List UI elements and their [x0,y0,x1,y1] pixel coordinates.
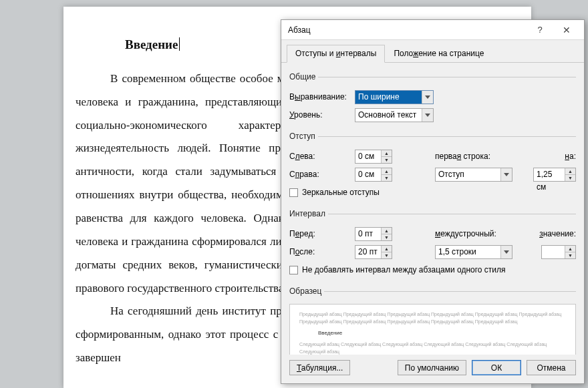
dialog-title: Абзац [288,25,527,35]
group-spacing: Интервал Перед: 0 пт ▲▼ междустрочный: з… [289,209,576,281]
no-space-same-style-checkbox[interactable]: Не добавлять интервал между абзацами одн… [289,265,506,274]
ok-button[interactable]: ОК [472,360,521,375]
group-legend: Отступ [289,132,318,141]
checkbox-icon [289,188,298,197]
chevron-down-icon [422,109,433,122]
alignment-label: Выравнивание: [289,92,355,102]
indent-left-label: Слева: [289,152,355,161]
line-spacing-combo[interactable]: 1,5 строки [435,245,512,259]
close-button[interactable]: ✕ [553,21,580,39]
preview-next-text: Следующий абзац Следующий абзац Следующи… [299,341,566,355]
spin-down-icon[interactable]: ▼ [382,157,392,163]
space-after-spinner[interactable]: 20 пт ▲▼ [355,245,392,259]
spin-down-icon[interactable]: ▼ [565,175,575,181]
first-line-combo[interactable]: Отступ [435,168,512,182]
document-title: Введение [125,32,178,58]
group-legend: Общие [289,72,318,81]
spin-down-icon[interactable]: ▼ [565,252,575,258]
preview-prev-text: Предыдущий абзац Предыдущий абзац Предыд… [299,311,566,325]
tab-strip: Отступы и интервалы Положение на страниц… [281,40,584,63]
line-at-label: значение: [539,229,576,238]
group-general: Общие Выравнивание: По ширине Уровень: О… [289,72,576,126]
dialog-button-bar: Табуляция... По умолчанию ОК Отмена [281,355,584,383]
space-after-label: После: [289,247,355,256]
line-at-spinner[interactable]: ▲▼ [541,245,576,259]
dialog-body: Общие Выравнивание: По ширине Уровень: О… [281,63,584,355]
chevron-down-icon [422,91,433,104]
spin-down-icon[interactable]: ▼ [382,234,392,240]
chevron-down-icon [500,246,512,258]
tabs-button[interactable]: Табуляция... [289,360,350,375]
alignment-combo[interactable]: По ширине [355,90,434,104]
chevron-down-icon [500,168,512,181]
tab-page-position[interactable]: Положение на странице [385,45,492,63]
spin-up-icon[interactable]: ▲ [382,168,392,175]
checkbox-icon [289,266,298,274]
mirror-indents-checkbox[interactable]: Зеркальные отступы [289,188,380,197]
group-legend: Образец [289,286,324,296]
tab-indents-spacing[interactable]: Отступы и интервалы [287,45,385,63]
first-line-label: первая строка: [435,152,503,161]
help-button[interactable]: ? [527,21,553,39]
line-spacing-label: междустрочный: [435,229,503,238]
group-preview: Образец Предыдущий абзац Предыдущий абза… [289,286,576,355]
spin-down-icon[interactable]: ▼ [382,175,392,181]
preview-box: Предыдущий абзац Предыдущий абзац Предыд… [289,304,576,355]
spin-up-icon[interactable]: ▲ [565,246,575,252]
default-button[interactable]: По умолчанию [398,360,466,375]
spin-up-icon[interactable]: ▲ [382,246,392,252]
paragraph-dialog: Абзац ? ✕ Отступы и интервалы Положение … [281,19,585,384]
group-legend: Интервал [289,209,328,218]
preview-sample-text: Введение [318,329,566,337]
space-before-label: Перед: [289,229,355,238]
indent-by-spinner[interactable]: 1,25 см ▲▼ [533,168,576,182]
text-cursor [179,37,180,51]
space-before-spinner[interactable]: 0 пт ▲▼ [355,227,392,241]
indent-right-label: Справа: [289,170,355,179]
group-indent: Отступ Слева: 0 см ▲▼ первая строка: на:… [289,132,576,204]
spin-down-icon[interactable]: ▼ [382,252,392,258]
spin-up-icon[interactable]: ▲ [382,150,392,157]
cancel-button[interactable]: Отмена [527,360,576,375]
indent-by-label: на: [565,152,576,161]
spin-up-icon[interactable]: ▲ [565,168,575,175]
outline-level-combo[interactable]: Основной текст [355,108,434,122]
indent-right-spinner[interactable]: 0 см ▲▼ [355,168,392,182]
spin-up-icon[interactable]: ▲ [382,228,392,234]
level-label: Уровень: [289,110,355,120]
dialog-titlebar: Абзац ? ✕ [281,20,584,40]
indent-left-spinner[interactable]: 0 см ▲▼ [355,150,392,164]
